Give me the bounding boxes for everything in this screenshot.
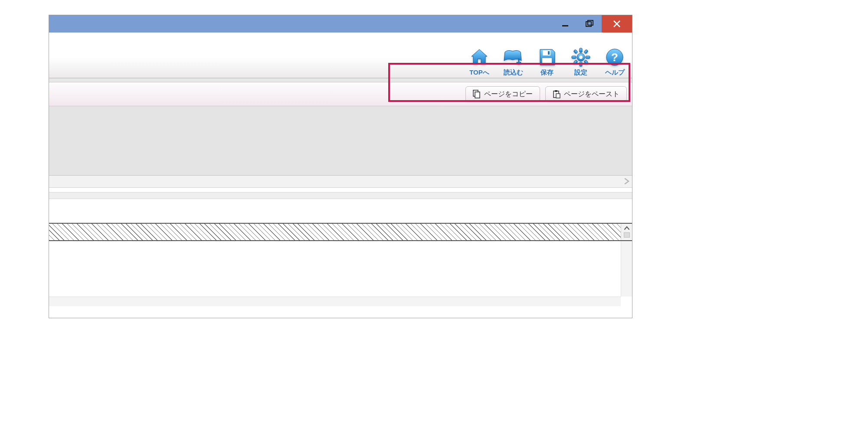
vertical-scrollbar-lower[interactable] xyxy=(621,241,632,297)
chevron-right-icon xyxy=(624,176,629,186)
home-icon xyxy=(469,48,490,67)
content-gap xyxy=(49,199,632,223)
svg-rect-7 xyxy=(542,58,552,63)
minimize-icon xyxy=(561,20,569,28)
maximize-icon xyxy=(585,20,594,28)
svg-rect-1 xyxy=(586,22,591,26)
svg-rect-15 xyxy=(584,49,588,54)
svg-rect-14 xyxy=(584,60,588,64)
paste-icon xyxy=(553,90,560,98)
close-button[interactable] xyxy=(602,15,632,33)
toolbar-save-label: 保存 xyxy=(540,69,554,77)
save-icon xyxy=(537,48,557,67)
toolbar-settings-label: 設定 xyxy=(574,69,587,77)
horizontal-scrollbar-lower[interactable] xyxy=(49,297,621,306)
page-copy-button[interactable]: ページをコピー xyxy=(465,86,540,102)
page-paste-label: ページをペースト xyxy=(564,90,619,99)
chevron-up-icon xyxy=(624,225,629,232)
divider xyxy=(49,78,632,82)
book-load-icon xyxy=(502,48,524,67)
svg-rect-24 xyxy=(556,94,560,98)
separator-bar xyxy=(49,192,632,199)
help-icon: ? xyxy=(605,48,624,67)
close-icon xyxy=(613,20,621,28)
main-toolbar: TOPへ 読込む 保存 xyxy=(49,33,632,78)
page-copy-label: ページをコピー xyxy=(484,90,533,99)
copy-icon xyxy=(473,90,481,98)
svg-rect-12 xyxy=(586,56,590,59)
toolbar-top-label: TOPへ xyxy=(469,69,489,77)
ruler-hatched-area xyxy=(49,224,621,240)
page-toolbar: ページをコピー ページをペースト xyxy=(49,82,632,106)
maximize-button[interactable] xyxy=(577,15,602,33)
svg-point-17 xyxy=(579,55,583,59)
svg-rect-0 xyxy=(562,25,568,26)
toolbar-settings-button[interactable]: 設定 xyxy=(567,47,595,77)
toolbar-load-label: 読込む xyxy=(504,69,523,77)
svg-rect-6 xyxy=(548,51,550,55)
svg-rect-23 xyxy=(555,90,557,92)
page-paste-button[interactable]: ページをペースト xyxy=(545,86,627,102)
ruler-bar xyxy=(49,223,632,241)
minimize-button[interactable] xyxy=(553,15,577,33)
toolbar-save-button[interactable]: 保存 xyxy=(533,47,561,77)
vertical-scrollbar[interactable] xyxy=(621,224,632,240)
toolbar-help-label: ヘルプ xyxy=(605,69,625,77)
svg-rect-10 xyxy=(580,62,582,66)
svg-rect-11 xyxy=(572,56,576,59)
titlebar xyxy=(49,15,632,33)
content-panel-upper xyxy=(49,106,632,176)
gear-icon xyxy=(571,47,591,67)
horizontal-scrollbar-upper[interactable] xyxy=(49,176,632,188)
svg-rect-21 xyxy=(475,92,480,98)
toolbar-top-button[interactable]: TOPへ xyxy=(465,47,493,77)
svg-rect-2 xyxy=(588,20,593,25)
toolbar-load-button[interactable]: 読込む xyxy=(499,47,527,77)
scrollbar-thumb[interactable] xyxy=(624,232,630,238)
toolbar-help-button[interactable]: ? ヘルプ xyxy=(601,47,629,77)
application-window: TOPへ 読込む 保存 xyxy=(49,15,632,318)
svg-text:?: ? xyxy=(611,51,618,64)
content-panel-lower xyxy=(49,241,632,306)
window-controls xyxy=(553,15,632,33)
svg-rect-16 xyxy=(573,60,578,64)
svg-rect-9 xyxy=(580,48,582,52)
svg-rect-13 xyxy=(573,49,578,54)
